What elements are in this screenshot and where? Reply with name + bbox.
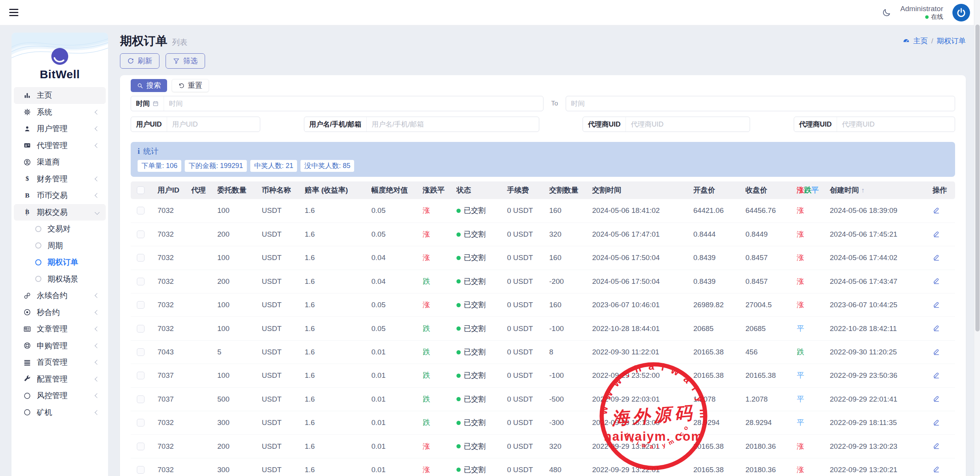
sidebar-subitem-trade-pair[interactable]: 交易对 xyxy=(11,221,108,237)
sidebar-subitem-option-orders[interactable]: 期权订单 xyxy=(11,254,108,271)
chevron-left-icon xyxy=(95,193,100,198)
user-icon xyxy=(23,125,31,133)
cell-amount: 300 xyxy=(213,458,257,476)
cell-coin: USDT xyxy=(257,222,300,246)
edit-button[interactable] xyxy=(932,324,940,331)
cell-settle-time: 2022-10-28 18:44:01 xyxy=(588,317,689,340)
time-from-input[interactable] xyxy=(164,100,543,108)
edit-button[interactable] xyxy=(932,300,940,308)
cell-agent xyxy=(187,458,213,476)
scrollbar-thumb[interactable] xyxy=(975,25,980,331)
edit-button[interactable] xyxy=(932,465,940,473)
edit-button[interactable] xyxy=(932,348,940,355)
sidebar-item-system[interactable]: 系统 xyxy=(14,104,106,121)
row-checkbox[interactable] xyxy=(137,372,144,379)
row-checkbox[interactable] xyxy=(137,278,144,285)
row-checkbox[interactable] xyxy=(137,348,144,356)
row-checkbox[interactable] xyxy=(137,301,144,309)
filter-button[interactable]: 筛选 xyxy=(166,53,205,69)
sidebar-item-user-management[interactable]: 用户管理 xyxy=(14,120,106,137)
edit-button[interactable] xyxy=(932,418,940,426)
table-row: 7032200USDT1.60.04跌已交割0 USDT-2002024-05-… xyxy=(131,270,955,293)
dark-mode-toggle-icon[interactable] xyxy=(882,8,891,17)
search-button[interactable]: 搜索 xyxy=(131,79,167,92)
breadcrumb-current[interactable]: 期权订单 xyxy=(937,36,966,46)
sidebar-item-spot-trade[interactable]: B币币交易 xyxy=(14,187,106,204)
cell-user-id: 7032 xyxy=(153,411,187,435)
time-to-input[interactable] xyxy=(566,100,955,108)
edit-button[interactable] xyxy=(932,277,940,284)
user-name-phone-email-input[interactable] xyxy=(367,120,539,128)
row-checkbox[interactable] xyxy=(137,419,144,427)
menu-toggle-icon[interactable] xyxy=(9,7,21,18)
edit-button[interactable] xyxy=(932,394,940,402)
cell-select xyxy=(131,411,153,435)
breadcrumb: 主页 / 期权订单 xyxy=(903,36,966,46)
search-icon xyxy=(137,82,143,89)
avatar[interactable] xyxy=(952,4,970,21)
row-checkbox[interactable] xyxy=(137,466,144,474)
sidebar-item-channel[interactable]: 渠道商 xyxy=(14,154,106,171)
row-checkbox[interactable] xyxy=(137,231,144,238)
reset-button[interactable]: 重置 xyxy=(172,79,209,92)
breadcrumb-home[interactable]: 主页 xyxy=(913,36,928,46)
sidebar-subitem-period[interactable]: 周期 xyxy=(11,237,108,254)
table-row: 7032300USDT1.60.01涨已交割0 USDT4802022-09-2… xyxy=(131,458,955,476)
cell-created-at: 2023-06-07 10:44:25 xyxy=(825,293,928,317)
edit-button[interactable] xyxy=(932,441,940,449)
edit-button[interactable] xyxy=(932,230,940,237)
sidebar-item-homepage[interactable]: 首页管理 xyxy=(14,354,106,371)
user-uid-input[interactable] xyxy=(167,120,260,128)
sidebar-item-label: 用户管理 xyxy=(37,124,90,134)
sidebar-item-agent-management[interactable]: 代理管理 xyxy=(14,137,106,154)
cell-fee: 0 USDT xyxy=(502,458,545,476)
bullet-circle-icon xyxy=(35,242,41,249)
sidebar-item-risk[interactable]: 风控管理 xyxy=(14,387,106,404)
sidebar-item-home[interactable]: 主页 xyxy=(14,87,106,104)
cell-coin: USDT xyxy=(257,411,300,435)
refresh-button[interactable]: 刷新 xyxy=(120,53,159,69)
row-checkbox[interactable] xyxy=(137,254,144,262)
table-row: 7037500USDT1.60.01跌已交割0 USDT-5002022-09-… xyxy=(131,387,955,411)
sidebar-item-option-trade[interactable]: B期权交易 xyxy=(14,204,106,221)
edit-button[interactable] xyxy=(932,206,940,214)
edit-button[interactable] xyxy=(932,253,940,261)
row-checkbox[interactable] xyxy=(137,443,144,450)
cell-range: 0.05 xyxy=(367,317,418,340)
cell-direction: 涨 xyxy=(418,199,452,222)
column-header-sorted[interactable]: 创建时间↑ xyxy=(825,181,928,199)
edit-button[interactable] xyxy=(932,371,940,379)
table-row: 7032200USDT1.60.05涨已交割0 USDT3202024-05-0… xyxy=(131,222,955,246)
cell-odds: 1.6 xyxy=(300,317,367,340)
sidebar-item-finance[interactable]: $财务管理 xyxy=(14,171,106,188)
cell-settle-amount: -200 xyxy=(545,270,588,293)
sidebar-subitem-option-scene[interactable]: 期权场景 xyxy=(11,271,108,288)
cell-close-price: 20180.36 xyxy=(741,458,792,476)
agent-uid-2-input[interactable] xyxy=(837,120,955,128)
cell-settle-time: 2022-09-29 13:22:01 xyxy=(588,435,689,458)
sidebar-item-config[interactable]: 配置管理 xyxy=(14,371,106,388)
row-checkbox[interactable] xyxy=(137,325,144,333)
cell-result: 涨 xyxy=(792,270,825,293)
sidebar-item-subscribe[interactable]: 申购管理 xyxy=(14,338,106,354)
cell-agent xyxy=(187,435,213,458)
cell-user-id: 7032 xyxy=(153,199,187,222)
cell-amount: 100 xyxy=(213,317,257,340)
cell-settle-amount: 480 xyxy=(545,458,588,476)
agent-uid-input[interactable] xyxy=(626,120,750,128)
sidebar-item-second-contract[interactable]: 秒合约 xyxy=(14,304,106,321)
cell-fee: 0 USDT xyxy=(502,293,545,317)
sidebar-item-perpetual[interactable]: 永续合约 xyxy=(14,287,106,304)
sidebar-item-miner[interactable]: 矿机 xyxy=(14,404,106,421)
sidebar-item-article[interactable]: 文章管理 xyxy=(14,321,106,338)
column-header: 用户ID xyxy=(153,181,187,199)
row-checkbox[interactable] xyxy=(137,395,144,403)
select-all-checkbox[interactable] xyxy=(137,186,144,194)
scrollbar-track[interactable] xyxy=(974,0,980,476)
cell-fee: 0 USDT xyxy=(502,317,545,340)
sidebar-subitem-label: 交易对 xyxy=(48,224,71,234)
cell-select xyxy=(131,222,153,246)
cell-agent xyxy=(187,411,213,435)
table-row: 7032100USDT1.60.04涨已交割0 USDT1602024-05-0… xyxy=(131,246,955,270)
row-checkbox[interactable] xyxy=(137,207,144,214)
